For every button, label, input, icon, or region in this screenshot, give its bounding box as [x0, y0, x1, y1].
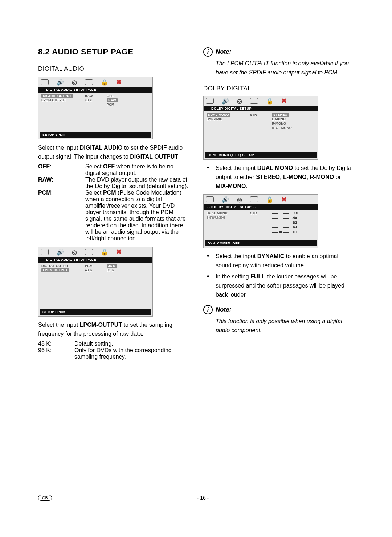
osd-icon — [206, 196, 214, 202]
osd-title: - - DIGITAL AUDIO SETUP PAGE - - — [38, 257, 152, 263]
def-term: RAW: — [38, 176, 85, 190]
language-badge: GB — [38, 495, 52, 501]
osd-val: 48 K — [85, 98, 107, 102]
lock-icon: 🔒 — [101, 79, 108, 86]
close-icon: ✖ — [281, 97, 287, 105]
note-label: Note: — [216, 306, 231, 313]
osd-opt: PCM — [107, 102, 152, 107]
info-icon: i — [203, 47, 213, 57]
body-paragraph: Select the input DIGITAL AUDIO to set th… — [38, 143, 189, 161]
def-term: PCM: — [38, 190, 85, 242]
dyn-level: 1/4 — [272, 225, 318, 230]
dyn-level: 1/2 — [272, 220, 318, 225]
disc-icon: ◎ — [237, 98, 242, 105]
osd-val: PCM — [85, 264, 107, 268]
osd-val: STR — [250, 113, 272, 117]
note-body: This function is only possible when usin… — [216, 317, 354, 335]
audio-icon: 🔊 — [222, 98, 229, 105]
osd-opt: 48 K — [107, 264, 117, 268]
osd-digital-audio-raw: 🔊 ◎ 🔒 ✖ - - DIGITAL AUDIO SETUP PAGE - -… — [38, 77, 153, 139]
disc-icon: ◎ — [237, 196, 242, 203]
osd-footer: SETUP LPCM — [40, 309, 151, 315]
osd-icon — [41, 79, 49, 85]
osd-opt: RAW — [107, 98, 118, 102]
left-column: 8.2 AUDIO SETUP PAGE DIGITAL AUDIO 🔊 ◎ 🔒… — [38, 47, 189, 360]
close-icon: ✖ — [116, 248, 122, 256]
osd-row: LPCM OUTPUT — [41, 268, 69, 272]
note-heading: i Note: — [203, 305, 354, 314]
osd-val: STR — [250, 211, 272, 215]
osd-footer: SETUP SPDIF — [40, 132, 151, 138]
subheading-dolby: DOLBY DIGITAL — [203, 85, 354, 92]
osd-footer: DYN. COMPR. OFF — [205, 240, 317, 246]
audio-icon: 🔊 — [57, 79, 64, 86]
def-term: 96 K: — [38, 347, 74, 360]
def-desc: Select PCM (Pulse Code Modu­lation) when… — [85, 190, 189, 242]
osd-val: RAW — [85, 94, 107, 98]
osd-iconbar: 🔊 ◎ 🔒 ✖ — [38, 247, 152, 257]
dyn-level: OFF — [272, 230, 318, 235]
lock-icon: 🔒 — [266, 196, 273, 203]
def-desc: Select OFF when there is to be no digita… — [85, 163, 189, 176]
osd-opt: L-MONO — [272, 117, 318, 121]
osd-title: - - DIGITAL AUDIO SETUP PAGE - - — [38, 87, 152, 93]
def-term: OFF: — [38, 163, 85, 176]
osd-opt: 96 K — [107, 268, 152, 272]
bullet-item: In the setting FULL the louder passages … — [203, 272, 354, 299]
osd-dolby-dualmono: 🔊 ◎ 🔒 ✖ - - DOLBY DIGITAL SETUP - - DUAL… — [203, 96, 318, 160]
dyn-level: 3/4 — [272, 216, 318, 220]
close-icon: ✖ — [116, 78, 122, 86]
osd-row: DIGITAL OUTPUT — [41, 264, 85, 268]
osd-row: DIGITAL OUTPUT — [41, 94, 73, 98]
audio-icon: 🔊 — [57, 249, 64, 256]
body-paragraph: Select the input LPCM-OUTPUT to set the … — [38, 320, 189, 338]
osd-row: LPCM OUTPUT — [41, 98, 85, 102]
bullet-item: Select the input DUAL MONO to set the Do… — [203, 163, 354, 191]
osd-row: DYNAMIC — [207, 216, 225, 219]
close-icon: ✖ — [281, 195, 287, 203]
def-desc: Default setting. — [74, 341, 189, 347]
osd-title: - - DOLBY DIGITAL SETUP - - — [204, 106, 318, 111]
right-column: i Note: The LPCM OUTPUT function is only… — [203, 47, 354, 360]
def-desc: Only for DVDs with the corres­ponding sa… — [74, 347, 189, 360]
osd-opt: R-MONO — [272, 121, 318, 126]
osd-row: DUAL MONO — [207, 211, 250, 215]
def-term: 48 K: — [38, 341, 74, 347]
audio-icon: 🔊 — [222, 196, 229, 203]
note-body: The LPCM OUTPUT function is only availab… — [216, 59, 354, 77]
note-heading: i Note: — [203, 47, 354, 57]
osd-iconbar: 🔊 ◎ 🔒 ✖ — [204, 195, 318, 204]
osd-opt: OFF — [107, 94, 152, 98]
osd-iconbar: 🔊 ◎ 🔒 ✖ — [38, 77, 152, 87]
info-icon: i — [203, 305, 213, 314]
osd-dolby-dynamic: 🔊 ◎ 🔒 ✖ - - DOLBY DIGITAL SETUP - - DUAL… — [203, 194, 318, 248]
osd-icon — [85, 249, 93, 255]
osd-val: 48 K — [85, 268, 107, 272]
osd-icon — [250, 196, 258, 202]
dyn-level: FULL — [272, 211, 318, 216]
subheading-digital-audio: DIGITAL AUDIO — [38, 65, 189, 73]
osd-title: - - DOLBY DIGITAL SETUP - - — [204, 204, 318, 210]
section-heading: 8.2 AUDIO SETUP PAGE — [38, 47, 189, 57]
disc-icon: ◎ — [72, 249, 77, 256]
osd-row: DUAL MONO — [207, 113, 230, 117]
bullet-item: Select the input DYNAMIC to enable an op… — [203, 252, 354, 270]
osd-icon — [250, 98, 258, 104]
disc-icon: ◎ — [72, 79, 77, 86]
def-desc: The DVD player outputs the raw data of t… — [85, 176, 189, 190]
osd-opt: STEREO — [272, 113, 289, 117]
osd-icon — [206, 98, 214, 104]
osd-opt: MIX - MONO — [272, 126, 318, 130]
osd-icon — [41, 249, 49, 255]
osd-digital-audio-lpcm: 🔊 ◎ 🔒 ✖ - - DIGITAL AUDIO SETUP PAGE - -… — [38, 247, 153, 317]
osd-footer: DUAL MONO (1 + 1) SETUP — [205, 152, 317, 158]
lock-icon: 🔒 — [101, 249, 108, 256]
lock-icon: 🔒 — [266, 98, 273, 105]
osd-icon — [85, 79, 93, 85]
osd-iconbar: 🔊 ◎ 🔒 ✖ — [204, 96, 318, 106]
note-label: Note: — [216, 48, 231, 56]
page-number: - 16 - — [52, 495, 354, 501]
page-footer: GB - 16 - — [38, 492, 354, 501]
osd-row: DYNAMIC — [207, 117, 250, 121]
